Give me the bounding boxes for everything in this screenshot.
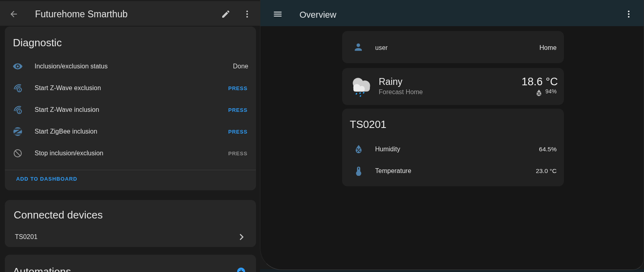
svg-text:z: z [19,88,20,92]
svg-text:z: z [19,109,20,113]
